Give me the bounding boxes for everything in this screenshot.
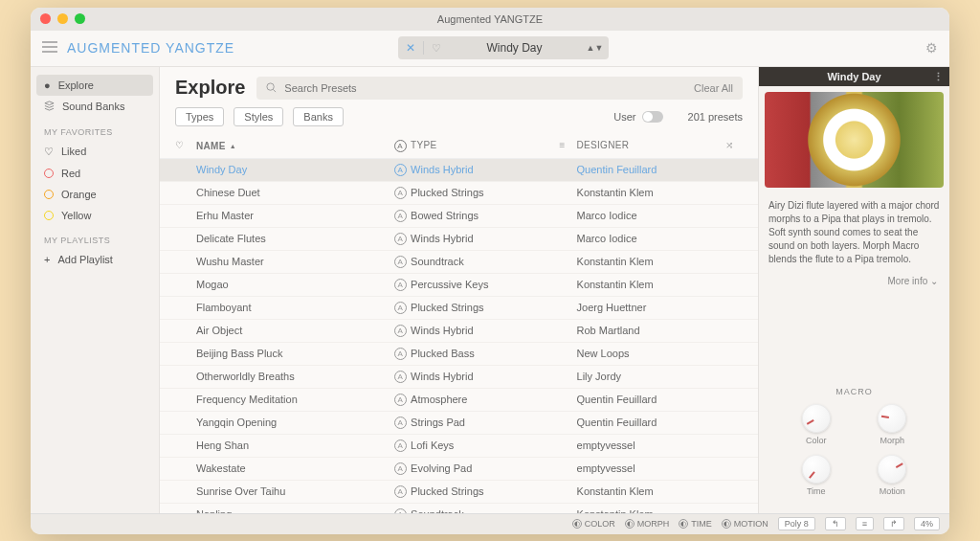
bottom-color[interactable]: ◐COLOR [572, 519, 615, 529]
sidebar-item-liked[interactable]: ♡ Liked [36, 141, 153, 163]
more-info-button[interactable]: More info ⌄ [759, 272, 949, 290]
bottom-time[interactable]: ◐TIME [679, 519, 712, 529]
sidebar-item-red[interactable]: Red [36, 163, 153, 184]
preset-row[interactable]: Sunrise Over TaihuAPlucked StringsKonsta… [160, 481, 758, 504]
knob-dial[interactable] [878, 455, 906, 484]
knob-dial[interactable] [878, 404, 906, 433]
preview-panel: Windy Day ⋮ Airy Dizi flute layered with… [758, 67, 949, 513]
row-designer: Quentin Feuillard [577, 417, 725, 428]
sidebar-item-sound-banks[interactable]: Sound Banks [36, 96, 153, 118]
maximize-icon[interactable] [75, 13, 85, 24]
nav-forward-button[interactable]: ↱ [883, 517, 904, 530]
svg-point-0 [267, 82, 274, 89]
preset-row[interactable]: Windy DayAWinds HybridQuentin Feuillard [160, 159, 758, 182]
preset-table-body[interactable]: Windy DayAWinds HybridQuentin FeuillardC… [160, 159, 758, 513]
macro-knob-time[interactable]: Time [786, 455, 847, 496]
preset-row[interactable]: Beijing Bass PluckAPlucked BassNew Loops [160, 343, 758, 366]
clear-all-button[interactable]: Clear All [694, 82, 733, 94]
preview-menu-icon[interactable]: ⋮ [933, 71, 944, 83]
list-view-button[interactable]: ≡ [856, 517, 874, 530]
heart-icon: ♡ [44, 146, 54, 158]
preset-row[interactable]: FlamboyantAPlucked StringsJoerg Huettner [160, 297, 758, 320]
column-menu-icon[interactable]: ≡ [560, 140, 577, 152]
preset-row[interactable]: Chinese DuetAPlucked StringsKonstantin K… [160, 182, 758, 205]
preset-row[interactable]: Delicate FlutesAWinds HybridMarco Iodice [160, 228, 758, 251]
sidebar-item-orange[interactable]: Orange [36, 184, 153, 205]
row-name: Wushu Master [196, 256, 390, 267]
knob-dial[interactable] [802, 455, 831, 484]
column-favorite[interactable]: ♡ [175, 140, 196, 152]
preset-row[interactable]: Otherworldly BreathsAWinds HybridLily Jo… [160, 366, 758, 389]
row-a-icon: A [390, 371, 411, 383]
preset-row[interactable]: Heng ShanALofi Keysemptyvessel [160, 435, 758, 458]
user-toggle[interactable]: User [613, 111, 662, 123]
preset-row[interactable]: NanlingASoundtrackKonstantin Klem [160, 504, 758, 513]
macro-knob-motion[interactable]: Motion [862, 455, 924, 496]
row-type: Plucked Strings [411, 485, 559, 497]
macro-knob-color[interactable]: Color [786, 404, 847, 445]
minimize-icon[interactable] [57, 13, 68, 24]
preset-row[interactable]: Frequency MeditationAAtmosphereQuentin F… [160, 389, 758, 412]
sidebar-item-yellow[interactable]: Yellow [36, 205, 153, 226]
bottom-morph[interactable]: ◐MORPH [625, 519, 670, 529]
row-a-icon: A [390, 394, 411, 406]
poly-selector[interactable]: Poly 8 [778, 517, 815, 530]
row-name: Yangqin Opening [196, 417, 390, 428]
knob-dial[interactable] [802, 404, 831, 433]
column-name[interactable]: NAME ▲ [196, 140, 390, 152]
preview-description: Airy Dizi flute layered with a major cho… [759, 193, 949, 272]
topbar: AUGMENTED YANGTZE ✕ ♡ Windy Day ▲▼ ⚙ [31, 31, 949, 67]
yellow-dot-icon [44, 211, 54, 220]
window-controls [40, 13, 85, 24]
filter-styles[interactable]: Styles [234, 107, 283, 126]
preset-row[interactable]: WakestateAEvolving Pademptyvessel [160, 458, 758, 481]
row-designer: Joerg Huettner [577, 302, 725, 313]
column-a-icon[interactable]: A [390, 140, 411, 152]
gear-icon[interactable]: ⚙ [925, 40, 938, 56]
nav-back-button[interactable]: ↰ [825, 517, 846, 530]
sidebar-orange-label: Orange [61, 189, 97, 200]
close-icon[interactable] [40, 13, 51, 24]
sidebar-item-add-playlist[interactable]: + Add Playlist [36, 249, 153, 270]
preset-close-icon[interactable]: ✕ [398, 41, 424, 55]
content-panel: Explore Clear All Types Styles Banks Use… [160, 67, 758, 513]
bottom-color-label: COLOR [585, 519, 615, 529]
user-toggle-label: User [613, 111, 635, 123]
preset-nav-arrows[interactable]: ▲▼ [581, 43, 610, 53]
row-name: Heng Shan [196, 440, 390, 451]
row-type: Winds Hybrid [411, 164, 559, 175]
preset-row[interactable]: Air ObjectAWinds HybridRob Martland [160, 320, 758, 343]
cpu-meter[interactable]: 4% [914, 517, 940, 530]
hamburger-icon[interactable] [42, 39, 57, 56]
preset-row[interactable]: Yangqin OpeningAStrings PadQuentin Feuil… [160, 412, 758, 435]
row-name: Delicate Flutes [196, 233, 390, 244]
toggle-switch[interactable] [642, 111, 663, 123]
shuffle-icon[interactable]: ⤨ [725, 140, 743, 152]
row-a-icon: A [390, 187, 411, 199]
column-designer[interactable]: DESIGNER [577, 140, 725, 152]
red-dot-icon [44, 169, 54, 178]
stack-icon [44, 101, 55, 113]
row-designer: Konstantin Klem [577, 485, 725, 497]
sidebar-red-label: Red [61, 168, 80, 179]
search-input[interactable] [284, 82, 686, 94]
preview-title-bar: Windy Day ⋮ [759, 67, 949, 86]
filter-types[interactable]: Types [175, 107, 224, 126]
current-preset-name[interactable]: Windy Day [449, 41, 581, 55]
preset-row[interactable]: Erhu MasterABowed StringsMarco Iodice [160, 205, 758, 228]
macro-knob-morph[interactable]: Morph [862, 404, 924, 445]
column-name-label: NAME [196, 141, 226, 151]
row-designer: Lily Jordy [577, 371, 725, 382]
column-type[interactable]: TYPE [411, 140, 559, 152]
preset-like-icon[interactable]: ♡ [424, 42, 449, 55]
sidebar-item-explore[interactable]: ● Explore [36, 75, 153, 96]
preset-row[interactable]: MogaoAPercussive KeysKonstantin Klem [160, 274, 758, 297]
sidebar: ● Explore Sound Banks MY FAVORITES ♡ Lik… [31, 67, 160, 513]
filter-banks[interactable]: Banks [293, 107, 344, 126]
bottom-time-label: TIME [691, 519, 712, 529]
search-box[interactable]: Clear All [256, 77, 743, 100]
bottom-motion[interactable]: ◐MOTION [722, 519, 768, 529]
row-name: Windy Day [196, 164, 390, 175]
preset-row[interactable]: Wushu MasterASoundtrackKonstantin Klem [160, 251, 758, 274]
row-designer: Konstantin Klem [577, 279, 725, 290]
